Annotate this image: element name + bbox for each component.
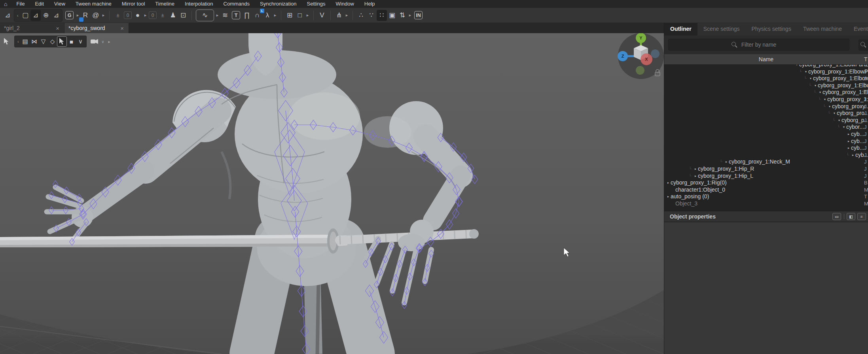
value-field[interactable]: 0 — [124, 11, 132, 19]
outliner-row[interactable]: ▸auto_posing (0)T — [664, 193, 868, 200]
menu-view[interactable]: View — [49, 0, 70, 8]
camera-dropdown-icon[interactable]: ∨ — [100, 37, 105, 46]
menu-commands[interactable]: Commands — [218, 0, 255, 8]
tree-expand-icon[interactable]: ▾ — [832, 110, 837, 117]
fit-vertical-icon[interactable]: ⇅ — [397, 10, 407, 21]
dropdown-pin-icon[interactable]: ▸ — [143, 10, 148, 21]
axes-tool-icon[interactable]: ⊿ — [30, 10, 41, 21]
tree-expand-icon[interactable]: ▾ — [823, 96, 827, 103]
physics-point-icon[interactable]: ⋔ — [334, 10, 344, 21]
outliner-row[interactable]: ▸cyb...J — [664, 145, 868, 152]
viewport-3d[interactable]: ‹▤⋈▽◇■∨∨▸ Y Z X — [0, 33, 664, 354]
outliner-row[interactable]: ▸cyb...J — [664, 138, 868, 145]
outliner-row[interactable]: Object_3Me — [664, 200, 868, 207]
tree-expand-icon[interactable]: ▸ — [693, 173, 698, 180]
filter-by-name-input[interactable] — [668, 39, 849, 51]
tree-expand-icon[interactable]: ▾ — [794, 65, 799, 68]
outliner-row[interactable]: character1:Object_0Me — [664, 186, 868, 194]
global-space-icon[interactable]: G — [65, 11, 74, 19]
menu-mirror-tool[interactable]: Mirror tool — [117, 0, 150, 8]
menu-help[interactable]: Help — [359, 0, 380, 8]
dropdown-arrow-icon[interactable]: ▸ — [344, 10, 349, 21]
in-marker-icon[interactable]: IN — [414, 11, 423, 19]
split-view-icon[interactable]: ◧ — [847, 213, 855, 220]
navigation-gizmo[interactable]: Y Z X — [616, 33, 664, 82]
outliner-row[interactable]: └▾cyborg_proxy_1:ElbowP...J — [664, 75, 868, 82]
float-panel-icon[interactable]: ▭ — [832, 213, 841, 220]
home-icon[interactable]: ⌂ — [0, 1, 11, 7]
footsteps-pin-icon[interactable]: ∷ — [377, 10, 387, 21]
panel-tab-event-log[interactable]: Event log — [848, 22, 868, 36]
shapes-icon[interactable]: ⊡ — [178, 10, 188, 21]
keyframe-dot-icon[interactable]: ● — [133, 10, 143, 21]
value-field[interactable]: 0 — [149, 11, 157, 19]
dropdown-arrow-icon[interactable]: ▸ — [273, 10, 278, 21]
character-frame-icon[interactable]: ▣ — [387, 10, 397, 21]
menu-settings[interactable]: Settings — [302, 0, 331, 8]
collapse-arrow-icon[interactable]: ‹ — [15, 10, 20, 21]
close-icon[interactable]: × — [119, 25, 125, 32]
solid-cube-icon[interactable]: ■ — [67, 37, 76, 46]
menu-tween-machine[interactable]: Tween machine — [70, 0, 117, 8]
dropdown-arrow-icon[interactable]: ▸ — [101, 10, 106, 21]
document-tab-girl_2[interactable]: *girl_2× — [0, 23, 64, 33]
tree-expand-icon[interactable]: ▾ — [813, 82, 818, 89]
tree-expand-icon[interactable]: ▸ — [846, 138, 851, 145]
panel-tab-physics-settings[interactable]: Physics settings — [746, 22, 797, 36]
menu-timeline[interactable]: Timeline — [150, 0, 180, 8]
tree-expand-icon[interactable]: ▾ — [827, 103, 832, 110]
outliner-row[interactable]: └▸cyborg_proxy_1:Neck_MJ — [664, 158, 868, 166]
panel-tab-tween-machine[interactable]: Tween machine — [797, 22, 848, 36]
outliner-row[interactable]: └▾cyborg_proxy_1:Elbo...J — [664, 82, 868, 89]
tree-expand-icon[interactable]: ▸ — [666, 193, 671, 200]
menu-window[interactable]: Window — [331, 0, 359, 8]
dropdown-arrow-icon[interactable]: ▸ — [305, 10, 310, 21]
footsteps-loop-icon[interactable]: ∵ — [366, 10, 377, 21]
outliner-row[interactable]: └▾cyborg_proxy_1:ElbowPart...J — [664, 68, 868, 75]
stepper-icon[interactable]: ± — [113, 10, 123, 21]
tree-expand-icon[interactable]: ▾ — [841, 124, 846, 131]
tree-expand-icon[interactable]: ▸ — [851, 152, 855, 159]
joint-tool-icon[interactable]: ⋈ — [30, 37, 39, 46]
v-logo-icon[interactable]: V — [317, 10, 327, 21]
dropdown-arrow-icon[interactable]: ▸ — [407, 10, 413, 21]
run-animation-icon[interactable]: λ — [262, 10, 273, 21]
interpolation-curve-icon[interactable]: ∿ — [196, 9, 214, 21]
tree-expand-icon[interactable]: ▸ — [693, 166, 698, 173]
door-frame-icon[interactable]: ∏ — [242, 10, 252, 21]
box-select-icon[interactable]: □ — [295, 10, 305, 21]
spiral-tool-icon[interactable]: @ — [91, 10, 101, 21]
list-view-icon[interactable]: ≡ — [857, 213, 866, 220]
outliner-row[interactable]: └▾cyborg_pro...J — [664, 110, 868, 117]
canvas-board-icon[interactable]: ▤ — [21, 37, 30, 46]
tree-expand-icon[interactable]: ▾ — [804, 68, 808, 75]
trajectory-icon[interactable]: T — [232, 11, 240, 19]
dropdown-arrow-icon[interactable]: ▸ — [215, 10, 220, 21]
outliner-row[interactable]: ▾cyborg_proxy_1:ElbowPart2_LJ — [664, 65, 868, 68]
document-tab-cyborg_sword[interactable]: *cyborg_sword× — [64, 23, 129, 33]
marquee-select-icon[interactable]: ▢ — [20, 10, 30, 21]
outliner-row[interactable]: ▸cyborg_proxy_1:Rig(0)B — [664, 179, 868, 186]
outliner-row[interactable]: └▾cybor...J — [664, 124, 868, 131]
tree-expand-icon[interactable]: ▸ — [724, 158, 729, 166]
sphere-gizmo-icon[interactable]: ⊕ — [41, 10, 51, 21]
rotate-key-icon[interactable]: R — [80, 10, 91, 21]
close-icon[interactable]: × — [55, 25, 60, 32]
outliner-row[interactable]: └▾cyborg_proxy_1:Elb...J — [664, 89, 868, 96]
outliner-row[interactable]: └▾cyborg_p...J — [664, 117, 868, 124]
outliner-row[interactable]: └▸cyborg_proxy_1:Hip_LJ — [664, 173, 868, 180]
name-column-header[interactable]: Name — [759, 56, 773, 62]
tree-expand-icon[interactable]: ▸ — [846, 145, 851, 152]
outliner-row[interactable]: ▸cyb...J — [664, 131, 868, 138]
menu-file[interactable]: File — [11, 0, 30, 8]
tree-expand-icon[interactable]: ▾ — [837, 117, 841, 124]
outliner-row[interactable]: └▸cyb...J — [664, 152, 868, 159]
panel-tab-outliner[interactable]: Outliner — [664, 22, 697, 36]
point-axes-icon[interactable]: ⊿ — [51, 10, 61, 21]
v-tool-icon[interactable]: ∨ — [76, 37, 85, 46]
type-column-header[interactable]: T — [864, 56, 868, 62]
footsteps-icon[interactable]: ∴ — [356, 10, 366, 21]
select-cursor-icon[interactable] — [2, 37, 11, 46]
menu-edit[interactable]: Edit — [30, 0, 49, 8]
arch-tool-icon[interactable]: ∩L — [252, 10, 262, 21]
